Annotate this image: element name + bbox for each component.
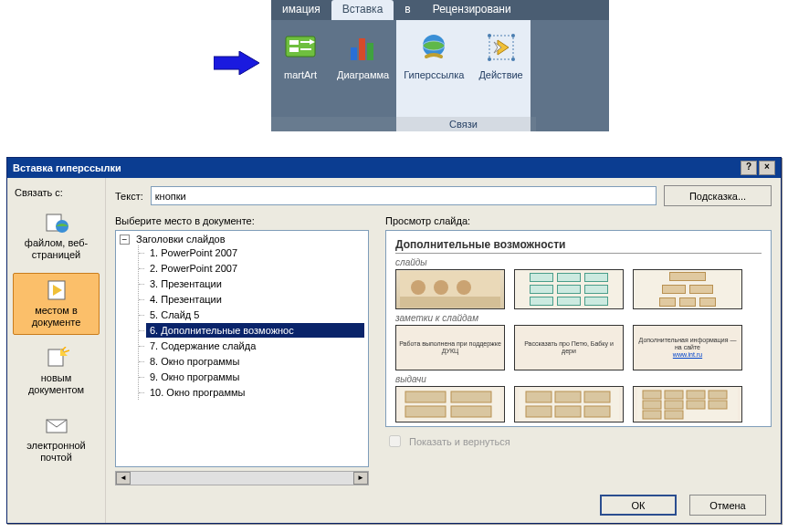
help-button[interactable]: ? [741,161,757,175]
tab-v[interactable]: в [394,0,421,20]
svg-rect-38 [526,406,552,417]
smartart-label: martArt [284,69,317,80]
svg-rect-32 [405,406,446,417]
screentip-button[interactable]: Подсказка... [664,185,772,206]
link-to-label: Связать с: [13,183,100,200]
globe-icon [417,31,450,64]
slide-tree-item[interactable]: 5. Слайд 5 [146,308,364,322]
svg-rect-30 [405,391,446,402]
linkto-place-in-doc[interactable]: местом в документе [13,273,100,335]
dialog-titlebar: Вставка гиперссылки ? × [7,158,781,178]
svg-rect-42 [643,391,661,399]
slide-tree-item[interactable]: 9. Окно программы [146,370,364,384]
action-icon [485,31,518,64]
svg-rect-2 [289,40,299,45]
link-to-sidebar: Связать с: файлом, веб-страницей местом … [7,178,106,523]
close-button[interactable]: × [759,161,775,175]
svg-rect-50 [643,411,661,419]
svg-rect-7 [367,43,373,60]
chart-button[interactable]: Диаграмма [330,24,396,117]
svg-rect-33 [451,406,491,417]
svg-rect-28 [400,297,500,308]
preview-thumb [633,386,742,422]
scroll-right-button[interactable]: ► [353,472,368,485]
display-text-input[interactable] [151,186,657,205]
svg-rect-51 [665,411,683,419]
svg-rect-31 [451,391,491,402]
svg-point-13 [488,57,491,61]
svg-point-11 [488,34,491,37]
svg-rect-35 [526,391,552,402]
svg-point-26 [434,280,448,295]
svg-rect-45 [709,391,727,399]
hyperlink-label: Гиперссылка [404,69,464,80]
action-button[interactable]: Действие [471,24,530,117]
tab-insert[interactable]: Вставка [331,0,394,20]
action-label: Действие [478,69,522,80]
slide-tree-item[interactable]: 6. Дополнительные возможнос [146,323,364,338]
svg-rect-49 [709,401,727,409]
svg-rect-36 [555,391,581,402]
chart-label: Диаграмма [337,69,389,80]
slide-tree-item[interactable]: 2. PowerPoint 2007 [146,261,364,276]
cancel-button[interactable]: Отмена [689,495,766,516]
dialog-title: Вставка гиперссылки [13,162,121,173]
tree-label: Выберите место в документе: [115,215,369,226]
slides-tree[interactable]: − Заголовки слайдов 1. PowerPoint 20072.… [115,230,369,467]
preview-thumb: Дополнительная информация — на сайтеwww.… [633,325,742,370]
svg-rect-39 [555,406,581,417]
svg-point-12 [511,34,515,37]
text-label: Текст: [115,191,143,202]
new-doc-icon [44,347,69,369]
svg-point-14 [511,57,515,61]
preview-thumb [514,269,624,309]
insert-hyperlink-dialog: Вставка гиперссылки ? × Связать с: файло… [6,157,782,524]
ok-button[interactable]: ОК [600,495,677,516]
svg-rect-43 [665,391,683,399]
svg-rect-6 [359,38,365,60]
svg-marker-0 [214,51,259,75]
tab-review[interactable]: Рецензировани [422,0,522,20]
show-return-input [389,435,401,447]
email-icon [44,414,69,436]
expand-toggle[interactable]: − [120,235,130,245]
place-doc-icon [44,279,69,301]
tree-root-label[interactable]: Заголовки слайдов [136,234,226,245]
arrow-pointer [214,51,259,75]
illustrations-group-label [271,117,396,131]
preview-label: Просмотр слайда: [385,215,772,226]
preview-thumb [395,269,505,309]
slide-tree-item[interactable]: 8. Окно программы [146,354,364,369]
svg-rect-5 [351,47,357,60]
links-group-label: Связи [396,117,531,131]
svg-rect-40 [584,406,610,417]
slide-tree-item[interactable]: 1. PowerPoint 2007 [146,245,364,260]
svg-rect-46 [643,401,661,409]
linkto-new-doc[interactable]: новым документом [13,340,100,402]
tab-animation[interactable]: имация [271,0,331,20]
smartart-button[interactable]: martArt [271,24,330,117]
svg-rect-1 [286,37,315,57]
slide-tree-item[interactable]: 3. Презентации [146,276,364,291]
linkto-email[interactable]: электронной почтой [13,408,100,470]
smartart-icon [284,31,317,64]
svg-rect-3 [289,47,299,52]
file-web-icon [44,212,69,234]
slide-tree-item[interactable]: 10. Окно программы [146,385,364,400]
svg-point-25 [411,280,426,295]
preview-thumb: Рассказать про Петю, Бабку и дери [514,325,624,370]
horizontal-scrollbar[interactable]: ◄ ► [115,471,369,485]
show-and-return-checkbox: Показать и вернуться [385,433,772,450]
svg-rect-37 [584,391,610,402]
preview-title: Дополнительные возможности [395,238,762,254]
svg-rect-44 [687,391,705,399]
preview-thumb [514,386,624,422]
linkto-file-web[interactable]: файлом, веб-страницей [13,205,100,267]
slide-tree-item[interactable]: 7. Содержание слайда [146,339,364,353]
chart-icon [347,31,380,64]
ribbon: имация Вставка в Рецензировани martArt Д… [271,0,609,131]
slide-tree-item[interactable]: 4. Презентации [146,292,364,307]
scroll-left-button[interactable]: ◄ [116,472,131,485]
hyperlink-button[interactable]: Гиперссылка [396,24,471,117]
svg-point-27 [457,280,471,295]
